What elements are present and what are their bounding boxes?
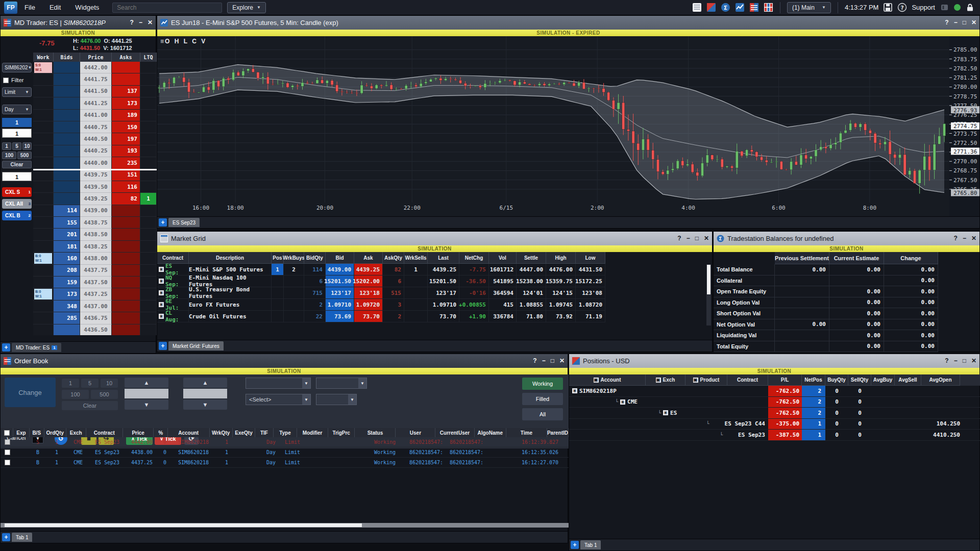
search-input[interactable] xyxy=(112,3,222,13)
ladder-ask-cell[interactable]: 137 xyxy=(112,86,140,97)
ladder-ask-cell[interactable] xyxy=(112,312,140,324)
qty-preset-10[interactable]: 10 xyxy=(22,142,32,150)
ladder-ask-cell[interactable] xyxy=(112,324,140,335)
col-netchg[interactable]: NetChg xyxy=(459,252,489,264)
ladder-ask-cell[interactable]: 235 xyxy=(112,157,140,169)
cell-low[interactable]: 123'08 xyxy=(576,287,605,299)
ladder-bid-cell[interactable]: 155 xyxy=(54,217,80,229)
ladder-work-cell[interactable] xyxy=(33,169,54,181)
col-buyqty[interactable]: BuyQty xyxy=(825,374,848,386)
col-contract[interactable]: Contract xyxy=(727,374,768,386)
tif-dropdown[interactable]: Day▼ xyxy=(2,105,32,114)
cell-vol[interactable]: 541895 xyxy=(489,276,517,287)
help-button[interactable]: ? xyxy=(677,232,681,245)
ladder-bid-cell[interactable] xyxy=(54,145,80,157)
collapse-icon[interactable]: ▣ xyxy=(693,378,698,383)
ladder-row[interactable]: 4441.75 xyxy=(33,73,157,85)
menu-edit[interactable]: Edit xyxy=(42,4,68,11)
minimize-button[interactable]: − xyxy=(139,16,142,30)
ladder-work-cell[interactable] xyxy=(33,229,54,240)
ladder-bid-cell[interactable]: 201 xyxy=(54,229,80,240)
vertical-scrollbar[interactable] xyxy=(706,264,711,325)
cell-settle[interactable]: 71.80 xyxy=(517,311,546,322)
cell-low[interactable]: 15172.25 xyxy=(576,276,605,287)
checkbox-icon[interactable] xyxy=(5,439,10,445)
ladder-bid-cell[interactable]: 173 xyxy=(54,288,80,300)
col-[interactable]: % xyxy=(154,428,167,437)
ladder-price-cell[interactable]: 4438.75 xyxy=(80,217,112,229)
expand-icon[interactable]: ▣ xyxy=(620,399,625,405)
expand-icon[interactable]: ▣ xyxy=(663,410,668,415)
qty-input-2[interactable]: 1 xyxy=(2,172,32,181)
maximize-button[interactable]: □ xyxy=(551,354,554,368)
account-select[interactable]: ▼ xyxy=(316,394,357,405)
col-bidqty[interactable]: BidQty xyxy=(304,252,326,264)
help-button[interactable]: ? xyxy=(533,354,536,368)
qty-preset-500[interactable]: 500 xyxy=(17,152,32,159)
ladder-price-cell[interactable]: 4438.50 xyxy=(80,229,112,240)
ladder-work-cell[interactable] xyxy=(33,145,54,157)
cell-vol[interactable]: 364594 xyxy=(489,287,517,299)
ladder-price-cell[interactable]: 4437.00 xyxy=(80,300,112,312)
col-vol[interactable]: Vol xyxy=(489,252,517,264)
close-button[interactable]: ✕ xyxy=(559,354,565,368)
add-tab-button[interactable]: + xyxy=(2,343,10,352)
ladder-bid-cell[interactable] xyxy=(54,181,80,193)
cell-pos[interactable] xyxy=(272,311,284,322)
cell-desc[interactable]: Crude Oil Futures xyxy=(189,311,272,322)
menu-file[interactable]: File xyxy=(17,4,42,11)
close-button[interactable]: ✕ xyxy=(971,354,976,368)
ladder-price-cell[interactable]: 4439.75 xyxy=(80,169,112,181)
cell-ask[interactable]: 1.09720 xyxy=(354,299,383,311)
support-label[interactable]: Support xyxy=(912,4,935,11)
checkbox-icon[interactable] xyxy=(5,449,10,455)
maximize-button[interactable]: □ xyxy=(963,354,966,368)
ladder-row[interactable]: 1814438.25 xyxy=(33,241,157,253)
col-bs[interactable]: B/S xyxy=(30,428,44,437)
ladder-work-cell[interactable]: B:0W:1 xyxy=(33,253,54,264)
cell-ask[interactable]: 15202.00 xyxy=(354,276,383,287)
row-checkbox[interactable] xyxy=(1,437,14,447)
cell-settle[interactable]: 15238.00 xyxy=(517,276,546,287)
col-tif[interactable]: TIF xyxy=(255,428,273,437)
order-row[interactable]: B1CMEES Sep234438.000SIM86202181DayLimit… xyxy=(1,447,569,458)
tif-select[interactable]: ▼ xyxy=(316,378,367,389)
ladder-work-cell[interactable]: B:0W:1 xyxy=(33,288,54,300)
cell-wrksells[interactable] xyxy=(404,276,428,287)
md-trader-titlebar[interactable]: MD Trader: ES | SIM8620218P ? − ✕ xyxy=(1,16,156,30)
col-product[interactable]: ▣Product xyxy=(685,374,727,386)
help-button[interactable]: ? xyxy=(954,232,958,245)
col-exch[interactable]: ▣Exch xyxy=(646,374,685,386)
ladder-ask-cell[interactable] xyxy=(112,300,140,312)
ladder-bid-cell[interactable]: 160 xyxy=(54,253,80,264)
cell-netchg[interactable]: +0.00855 xyxy=(459,299,489,311)
qty-preset-100[interactable]: 100 xyxy=(2,152,16,159)
step-down-icon[interactable]: ▼ xyxy=(183,399,227,410)
col-parentid[interactable]: ParentID xyxy=(547,428,569,437)
ladder-ask-cell[interactable] xyxy=(112,205,140,217)
col-account[interactable]: ▣Account xyxy=(569,374,646,386)
qty-preset-1[interactable]: 1 xyxy=(62,379,79,388)
sigma-icon[interactable]: Σ xyxy=(721,3,730,12)
market-grid-row[interactable]: ▣ZB Sep:U.S. Treasury Bond Futures715123… xyxy=(157,287,605,299)
ladder-price-cell[interactable]: 4439.25 xyxy=(80,193,112,205)
cell-vol[interactable]: 415 xyxy=(489,299,517,311)
ladder-work-cell[interactable] xyxy=(33,205,54,217)
col-modifier[interactable]: Modifier xyxy=(297,428,328,437)
col-avgopen[interactable]: AvgOpen xyxy=(921,374,960,386)
bars-icon[interactable] xyxy=(749,3,759,12)
expand-icon[interactable]: ▣ xyxy=(159,290,164,295)
ladder-work-cell[interactable] xyxy=(33,324,54,335)
ladder-row[interactable]: 4441.25173 xyxy=(33,97,157,109)
cxl-buy-button[interactable]: CXL B2 xyxy=(2,211,32,220)
tab-market-grid-futures[interactable]: Market Grid: Futures xyxy=(168,341,224,350)
save-icon[interactable] xyxy=(883,3,893,12)
cell-settle[interactable]: 124'01 xyxy=(517,287,546,299)
col-contract[interactable]: Contract xyxy=(86,428,123,437)
col-exeqty[interactable]: ExeQty xyxy=(233,428,256,437)
minimize-button[interactable]: − xyxy=(954,16,958,30)
cell-last[interactable]: 123'17 xyxy=(428,287,459,299)
filter-checkbox[interactable]: Filter xyxy=(3,77,23,83)
cell-netchg[interactable]: -7.75 xyxy=(459,264,489,276)
select-all-checkbox[interactable] xyxy=(1,428,13,437)
